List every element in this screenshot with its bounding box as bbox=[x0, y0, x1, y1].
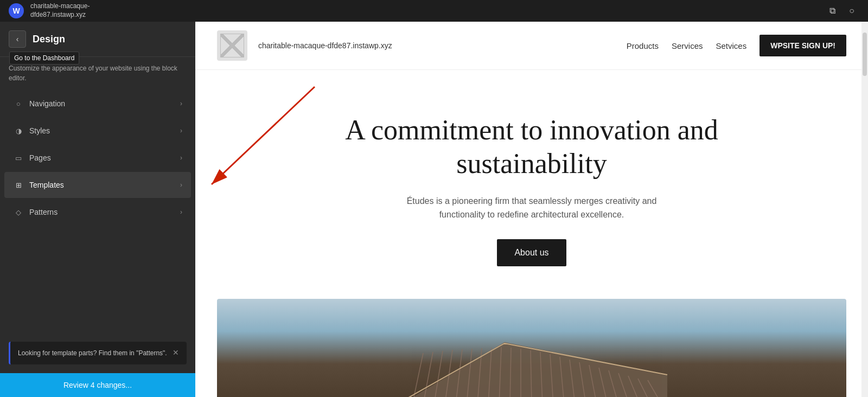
styles-icon: ◑ bbox=[13, 125, 24, 136]
nav-products[interactable]: Products bbox=[627, 41, 659, 50]
hero-subtitle: Études is a pioneering firm that seamles… bbox=[391, 194, 673, 222]
nav-setvices[interactable]: Setvices bbox=[716, 41, 747, 50]
notice-close-button[interactable]: ✕ bbox=[173, 348, 179, 357]
patterns-icon: ◇ bbox=[13, 207, 24, 217]
navigation-label: Navigation bbox=[29, 99, 180, 108]
building-svg bbox=[369, 321, 694, 397]
templates-label: Templates bbox=[29, 181, 180, 189]
sidebar-title: Design bbox=[33, 34, 65, 45]
site-logo bbox=[217, 30, 247, 61]
building-image bbox=[217, 299, 846, 397]
sidebar-item-templates[interactable]: ⊞ Templates › bbox=[4, 172, 191, 198]
site-domain: charitable-macaque-dfde87.instawp.xyz bbox=[258, 41, 627, 50]
sidebar-item-patterns[interactable]: ◇ Patterns › bbox=[4, 199, 191, 225]
nav-services[interactable]: Services bbox=[672, 41, 703, 50]
sidebar-item-pages[interactable]: ▭ Pages › bbox=[4, 145, 191, 171]
site-header: charitable-macaque-dfde87.instawp.xyz Pr… bbox=[195, 22, 868, 70]
website-preview: charitable-macaque-dfde87.instawp.xyz Pr… bbox=[195, 22, 868, 397]
hero-title: A commitment to innovation and sustainab… bbox=[217, 113, 846, 181]
sidebar-item-navigation[interactable]: ○ Navigation › bbox=[4, 91, 191, 117]
navigation-icon: ○ bbox=[13, 98, 24, 109]
tooltip: Go to the Dashboard bbox=[9, 52, 79, 65]
main-area: ‹ Go to the Dashboard Design Customize t… bbox=[0, 22, 868, 397]
top-bar: W charitable-macaque- dfde87.instawp.xyz… bbox=[0, 0, 868, 22]
site-hero: A commitment to innovation and sustainab… bbox=[195, 70, 868, 299]
wordpress-logo[interactable]: W bbox=[9, 3, 24, 18]
back-button[interactable]: ‹ Go to the Dashboard bbox=[9, 30, 26, 48]
sidebar-header: ‹ Go to the Dashboard Design bbox=[0, 22, 195, 57]
external-link-button[interactable]: ⧉ bbox=[825, 3, 840, 18]
site-name: charitable-macaque- dfde87.instawp.xyz bbox=[30, 2, 818, 19]
patterns-label: Patterns bbox=[29, 208, 180, 216]
top-bar-actions: ⧉ ○ bbox=[825, 3, 859, 18]
templates-icon: ⊞ bbox=[13, 180, 24, 190]
site-navigation: Products Services Setvices bbox=[627, 41, 746, 50]
review-changes-button[interactable]: Review 4 changes... bbox=[0, 373, 195, 397]
sidebar-notice: Looking for template parts? Find them in… bbox=[9, 342, 187, 364]
signup-button[interactable]: WPSITE SIGN UP! bbox=[760, 35, 846, 56]
preview-area: charitable-macaque-dfde87.instawp.xyz Pr… bbox=[195, 22, 868, 397]
styles-chevron: › bbox=[180, 127, 182, 135]
sidebar-item-styles[interactable]: ◑ Styles › bbox=[4, 118, 191, 144]
scrollbar-thumb[interactable] bbox=[863, 33, 867, 76]
templates-chevron: › bbox=[180, 181, 182, 189]
pages-label: Pages bbox=[29, 153, 180, 162]
pages-chevron: › bbox=[180, 154, 182, 162]
notice-text: Looking for template parts? Find them in… bbox=[18, 348, 167, 358]
about-us-button[interactable]: About us bbox=[497, 239, 566, 266]
patterns-chevron: › bbox=[180, 208, 182, 216]
pages-icon: ▭ bbox=[13, 152, 24, 163]
navigation-chevron: › bbox=[180, 100, 182, 107]
sidebar: ‹ Go to the Dashboard Design Customize t… bbox=[0, 22, 195, 397]
styles-label: Styles bbox=[29, 126, 180, 135]
scrollbar[interactable] bbox=[861, 22, 868, 397]
sidebar-menu: ○ Navigation › ◑ Styles › ▭ Pages › ⊞ Te… bbox=[0, 89, 195, 333]
search-button[interactable]: ○ bbox=[844, 3, 859, 18]
